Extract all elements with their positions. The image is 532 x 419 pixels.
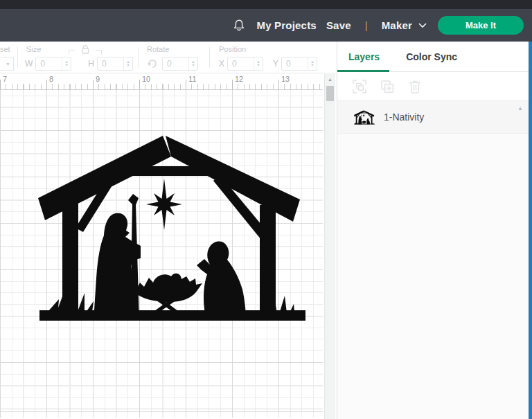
select-layers-button[interactable]: [351, 78, 368, 95]
y-stepper[interactable]: ▲ ▼: [308, 57, 317, 70]
trash-icon: [407, 78, 423, 95]
main-area: set ▼ Size W ▲ ▼ H: [0, 42, 532, 419]
stepper-down-icon: ▼: [191, 64, 195, 67]
height-stepper[interactable]: ▲ ▼: [123, 57, 132, 70]
y-input[interactable]: ▲ ▼: [281, 57, 317, 71]
size-controls: W ▲ ▼ H ▲ ▼: [25, 57, 133, 71]
stepper-down-icon: ▼: [64, 64, 69, 67]
tab-layers[interactable]: Layers: [337, 42, 389, 71]
height-label: H: [88, 59, 94, 69]
y-label: Y: [273, 59, 278, 69]
ruler-label: 10: [142, 75, 150, 83]
ruler-label: 8: [49, 75, 53, 83]
lock-connector: [96, 50, 102, 55]
lock-connector: [69, 50, 75, 55]
duplicate-layer-button[interactable]: [379, 78, 396, 95]
stepper-down-icon: ▼: [256, 64, 260, 67]
dropdown-arrow-icon: ▼: [6, 62, 10, 66]
width-stepper[interactable]: ▲ ▼: [62, 57, 71, 70]
select-frame-icon: [351, 78, 368, 95]
design-canvas[interactable]: [0, 90, 323, 418]
ruler-major-ticks: [0, 80, 323, 89]
rotate-icon[interactable]: [147, 58, 158, 69]
bell-icon: [233, 19, 245, 32]
x-label: X: [219, 59, 224, 69]
size-section-label: Size: [26, 45, 41, 53]
lock-icon: [76, 42, 94, 56]
browser-titlebar: [0, 0, 532, 9]
nativity-thumbnail-icon: [354, 110, 375, 125]
toolbar-divider: [209, 47, 210, 68]
edit-toolbar: set ▼ Size W ▲ ▼ H: [0, 42, 337, 73]
save-link[interactable]: Save: [326, 19, 351, 31]
layer-row-nativity[interactable]: 1-Nativity: [337, 101, 529, 134]
layer-name: 1-Nativity: [384, 112, 424, 123]
x-stepper[interactable]: ▲ ▼: [254, 57, 263, 70]
canvas-vertical-scrollbar[interactable]: ▲: [324, 74, 335, 419]
rotate-section-label: Rotate: [147, 45, 169, 53]
chevron-down-icon: [418, 23, 427, 28]
rotate-stepper[interactable]: ▲ ▼: [188, 57, 197, 70]
rotate-input[interactable]: ▲ ▼: [162, 57, 198, 71]
stepper-down-icon: ▼: [126, 64, 130, 67]
nativity-silhouette-graphic[interactable]: [38, 136, 307, 321]
toolbar-divider: [138, 47, 139, 68]
delete-layer-button[interactable]: [407, 78, 423, 95]
tab-color-sync[interactable]: Color Sync: [398, 42, 466, 71]
rotate-controls: ▲ ▼: [147, 57, 198, 71]
duplicate-icon: [379, 78, 396, 95]
size-lock-toggle[interactable]: [76, 42, 94, 56]
ruler-label: 7: [3, 75, 7, 83]
ruler-label: 13: [281, 75, 290, 83]
ruler-label: 12: [235, 75, 243, 83]
layer-actions-toolbar: [337, 72, 529, 101]
design-space-window: My Projects Save | Maker Make It set ▼ S…: [0, 0, 532, 419]
offset-label-partial: set: [0, 45, 10, 53]
scroll-up-arrow-icon[interactable]: ▲: [325, 74, 335, 84]
make-it-button[interactable]: Make It: [438, 16, 524, 35]
offset-dropdown[interactable]: ▼: [0, 57, 14, 71]
x-input[interactable]: ▲ ▼: [227, 57, 263, 71]
height-input[interactable]: ▲ ▼: [97, 57, 133, 71]
position-controls: X ▲ ▼ Y ▲ ▼: [219, 57, 317, 71]
ruler-label: 11: [188, 75, 196, 83]
window-edge: [529, 42, 532, 419]
horizontal-ruler: 7 8 9 10 11 12 13: [0, 73, 323, 90]
machine-selector-dropdown[interactable]: Maker: [382, 19, 427, 31]
machine-name-label: Maker: [382, 19, 412, 31]
notifications-button[interactable]: [233, 19, 245, 32]
toolbar-divider: [17, 47, 18, 68]
header-separator: |: [365, 19, 368, 31]
ruler-label: 9: [96, 75, 100, 83]
stepper-down-icon: ▼: [310, 64, 314, 67]
canvas-pane: set ▼ Size W ▲ ▼ H: [0, 42, 337, 419]
panel-tabs: Layers Color Sync: [337, 42, 529, 72]
position-section-label: Position: [219, 45, 246, 53]
width-input[interactable]: ▲ ▼: [35, 57, 71, 71]
layers-panel: Layers Color Sync: [337, 42, 529, 419]
width-label: W: [25, 59, 33, 69]
app-header: My Projects Save | Maker Make It: [0, 9, 532, 42]
panel-scroll-up-icon[interactable]: ▲: [517, 105, 523, 112]
my-projects-link[interactable]: My Projects: [256, 19, 316, 31]
scrollbar-thumb[interactable]: [326, 86, 334, 101]
layers-list: 1-Nativity ▲: [337, 101, 529, 419]
